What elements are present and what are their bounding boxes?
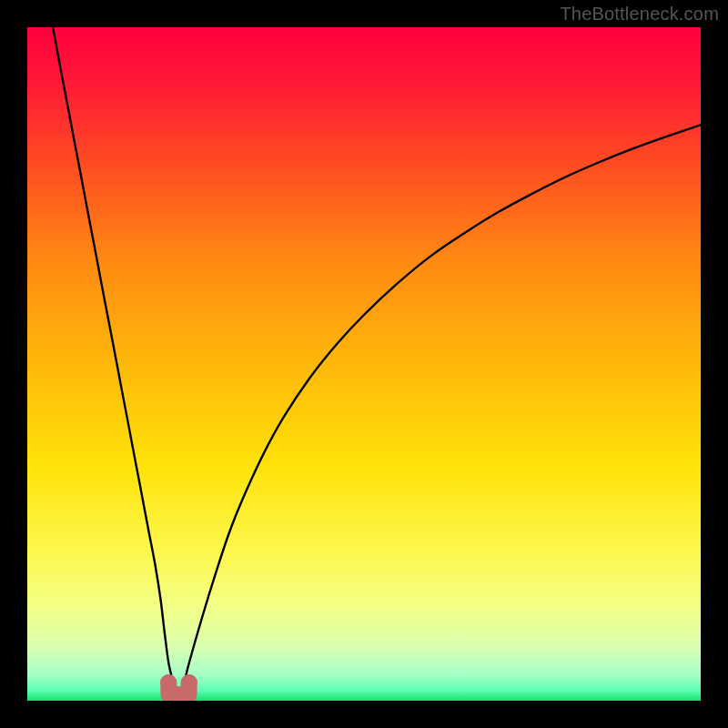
bottleneck-curve	[27, 27, 701, 701]
trough-marker-left	[160, 674, 177, 691]
chart-frame: TheBottleneck.com	[0, 0, 728, 728]
curve-left-branch	[53, 27, 173, 681]
curve-right-branch	[185, 125, 701, 681]
plot-area	[27, 27, 701, 701]
trough-marker-right	[181, 674, 197, 691]
watermark-text: TheBottleneck.com	[560, 4, 719, 25]
